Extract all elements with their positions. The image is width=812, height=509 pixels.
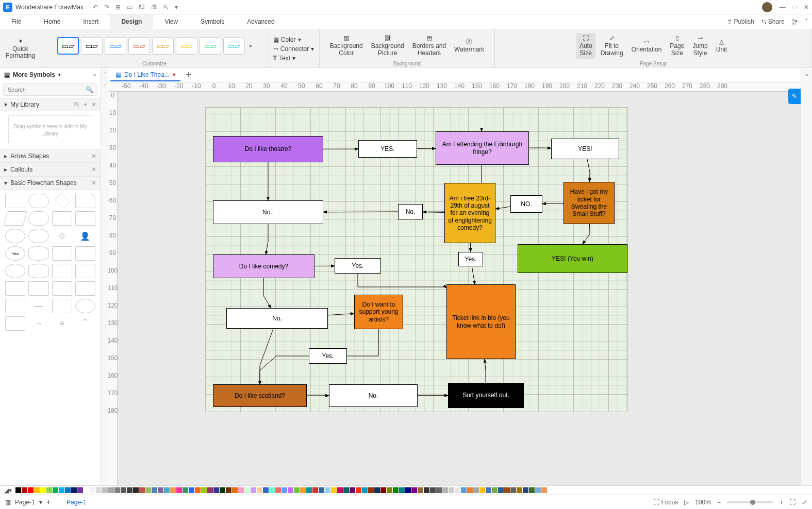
flow-node[interactable]: No. bbox=[226, 308, 328, 329]
flow-node[interactable]: No. bbox=[329, 384, 418, 407]
text-dropdown[interactable]: T Text ▾ bbox=[273, 55, 314, 62]
color-swatch[interactable] bbox=[523, 487, 528, 493]
color-swatch[interactable] bbox=[362, 487, 368, 493]
close-section-icon[interactable]: ✕ bbox=[91, 166, 96, 173]
color-swatch[interactable] bbox=[170, 487, 176, 493]
color-swatch[interactable] bbox=[411, 487, 417, 493]
color-swatch[interactable] bbox=[275, 487, 281, 493]
shape-roundrect[interactable] bbox=[28, 194, 48, 208]
fit-to-drawing-button[interactable]: ⤢Fit to Drawing bbox=[598, 33, 626, 59]
zoom-slider[interactable] bbox=[727, 501, 773, 503]
color-swatch[interactable] bbox=[121, 487, 126, 493]
color-swatch[interactable] bbox=[442, 487, 448, 493]
color-swatch[interactable] bbox=[220, 487, 225, 493]
color-swatch[interactable] bbox=[257, 487, 262, 493]
shape-trap[interactable] bbox=[75, 264, 95, 278]
presentation-icon[interactable]: ▷ bbox=[684, 499, 689, 506]
color-swatch[interactable] bbox=[486, 487, 491, 493]
qat-more-icon[interactable]: ▾ bbox=[175, 4, 178, 11]
slim-up-icon[interactable]: ˄ bbox=[103, 71, 106, 78]
flow-node[interactable]: Am i free 23rd-29th of august for an eve… bbox=[444, 183, 495, 243]
shape-line[interactable]: — bbox=[28, 299, 48, 313]
color-swatch[interactable] bbox=[455, 487, 460, 493]
flow-node[interactable]: Sort yourself out. bbox=[448, 383, 524, 408]
flow-node[interactable]: Yes. bbox=[309, 348, 347, 364]
theme-swatch-4[interactable]: ▭▱ bbox=[128, 37, 150, 55]
publish-button[interactable]: ⇪ Publish bbox=[727, 18, 754, 25]
page-size-button[interactable]: ▯Page Size bbox=[667, 33, 687, 59]
color-swatch[interactable] bbox=[139, 487, 145, 493]
flow-node[interactable]: YES! (You win) bbox=[518, 244, 627, 273]
color-picker-icon[interactable]: ◢▾ bbox=[4, 487, 12, 494]
shape-circle3[interactable] bbox=[75, 299, 95, 313]
shape-shield[interactable] bbox=[5, 316, 25, 331]
color-swatch[interactable] bbox=[263, 487, 269, 493]
color-swatch[interactable] bbox=[28, 487, 34, 493]
theme-swatch-6[interactable]: ▭▱ bbox=[176, 37, 197, 55]
color-swatch[interactable] bbox=[492, 487, 498, 493]
color-swatch[interactable] bbox=[343, 487, 349, 493]
color-swatch[interactable] bbox=[288, 487, 293, 493]
theme-swatch-3[interactable]: ▭▱ bbox=[105, 37, 126, 55]
focus-mode-button[interactable]: ⛶ Focus bbox=[653, 499, 678, 506]
color-swatch[interactable] bbox=[399, 487, 405, 493]
flow-node[interactable]: YES. bbox=[358, 140, 417, 158]
add-lib-icon[interactable]: + bbox=[84, 101, 87, 108]
doc-tab-active[interactable]: ▦ Do I Like Thea... • bbox=[110, 69, 180, 81]
share-button[interactable]: ⇆ Share bbox=[761, 18, 785, 25]
color-swatch[interactable] bbox=[331, 487, 337, 493]
fit-page-icon[interactable]: ⛶ bbox=[789, 499, 796, 506]
orientation-button[interactable]: ▭Orientation bbox=[628, 37, 665, 55]
flow-node[interactable]: Yes. bbox=[458, 252, 483, 266]
zoom-out-button[interactable]: − bbox=[717, 499, 721, 506]
page-surface[interactable]: Do I like theatre?YES.Am I attending the… bbox=[205, 107, 628, 412]
color-swatch[interactable] bbox=[114, 487, 120, 493]
color-swatch[interactable] bbox=[337, 487, 343, 493]
shape-callout[interactable] bbox=[75, 194, 95, 208]
new-icon[interactable]: ⊞ bbox=[115, 4, 121, 11]
more-symbols-header[interactable]: ▤ More Symbols▾ « bbox=[0, 68, 101, 81]
shape-tag[interactable] bbox=[52, 281, 72, 296]
flow-node[interactable]: Am I attending the Edinburgh fringe? bbox=[436, 131, 529, 165]
auto-size-button[interactable]: ⛶Auto Size bbox=[576, 33, 595, 59]
color-swatch[interactable] bbox=[145, 487, 151, 493]
shape-diamond[interactable] bbox=[54, 193, 70, 209]
color-swatch[interactable] bbox=[312, 487, 318, 493]
shape-yes[interactable]: Yes bbox=[5, 246, 25, 261]
search-input[interactable] bbox=[3, 83, 97, 96]
color-swatch[interactable] bbox=[207, 487, 213, 493]
shape-cylinder[interactable] bbox=[28, 264, 48, 278]
unit-button[interactable]: △Unit bbox=[713, 37, 730, 55]
flow-node[interactable]: Do I want to support young artists? bbox=[354, 295, 403, 329]
color-swatch[interactable] bbox=[65, 487, 71, 493]
flow-node[interactable]: Ticket link in bio (you know what to do!… bbox=[446, 284, 516, 359]
callouts-section[interactable]: ▸Callouts✕ bbox=[0, 163, 101, 176]
color-swatch[interactable] bbox=[374, 487, 380, 493]
flow-node[interactable]: No. bbox=[398, 204, 423, 219]
flow-node[interactable]: Have i got my ticket for Sweating the Sm… bbox=[564, 182, 615, 224]
color-swatch[interactable] bbox=[251, 487, 256, 493]
color-swatch[interactable] bbox=[300, 487, 306, 493]
flow-node[interactable]: Do I like comedy? bbox=[213, 254, 314, 278]
color-swatch[interactable] bbox=[368, 487, 374, 493]
color-swatch[interactable] bbox=[473, 487, 479, 493]
shape-circle[interactable] bbox=[28, 229, 48, 243]
my-library-dropzone[interactable]: Drag symbols here to add to My Library bbox=[8, 115, 92, 145]
color-swatch[interactable] bbox=[152, 487, 157, 493]
shape-ellipse[interactable] bbox=[5, 229, 25, 243]
color-swatch[interactable] bbox=[84, 487, 89, 493]
flow-node[interactable]: Do I like theatre? bbox=[213, 136, 323, 162]
background-color-button[interactable]: ▧Background Color bbox=[327, 33, 366, 59]
color-swatch[interactable] bbox=[34, 487, 40, 493]
color-swatch[interactable] bbox=[306, 487, 312, 493]
color-swatch[interactable] bbox=[418, 487, 423, 493]
collapse-ribbon-icon[interactable]: ˄ bbox=[805, 18, 808, 25]
page-dropdown-icon[interactable]: ▾ bbox=[39, 499, 42, 506]
color-swatch[interactable] bbox=[535, 487, 541, 493]
jump-style-button[interactable]: ⤻Jump Style bbox=[689, 33, 710, 59]
flow-node[interactable]: NO. bbox=[510, 195, 542, 213]
color-swatch[interactable] bbox=[479, 487, 485, 493]
color-swatch[interactable] bbox=[22, 487, 27, 493]
new-tab-button[interactable]: + bbox=[186, 70, 191, 80]
shape-arrow[interactable]: → bbox=[28, 316, 48, 331]
